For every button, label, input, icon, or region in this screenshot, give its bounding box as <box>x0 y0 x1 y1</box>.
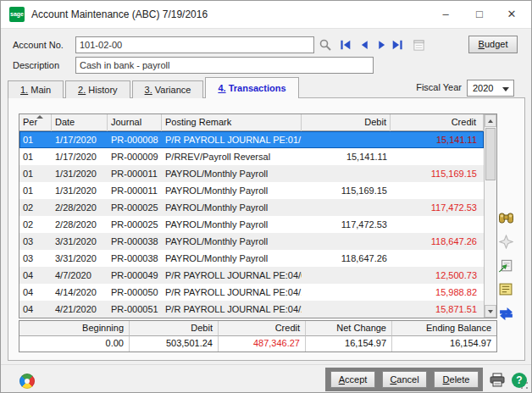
column-header-per[interactable]: Per <box>19 114 52 131</box>
cell-debit: 118,647.26 <box>302 250 391 267</box>
nav-previous-icon[interactable] <box>357 37 372 53</box>
user-pinwheel-icon[interactable] <box>19 374 35 389</box>
cell-remark: P/R PAYROLL JOURNAL PE:01/1... <box>162 131 302 148</box>
memo-note-icon[interactable] <box>497 280 514 297</box>
tab-main[interactable]: 1. Main <box>8 80 64 98</box>
cell-credit <box>391 182 484 199</box>
column-header-journal[interactable]: Journal <box>108 114 162 131</box>
printer-icon[interactable] <box>489 372 506 389</box>
account-maintenance-window: sage Account Maintenance (ABC) 7/19/2016… <box>0 0 532 393</box>
grid-scrollbar[interactable] <box>484 114 496 318</box>
cell-journal: PR-000009 <box>108 148 162 165</box>
cell-date: 4/21/2020 <box>52 301 108 318</box>
description-label: Description <box>13 60 59 70</box>
find-binoculars-icon[interactable] <box>497 209 514 226</box>
resize-grip[interactable] <box>520 381 529 390</box>
transactions-tbody: 011/17/2020PR-000008P/R PAYROLL JOURNAL … <box>19 131 484 318</box>
cell-remark: P/RREV/Payroll Reversal <box>162 148 302 165</box>
cell-journal: PR-000038 <box>108 250 162 267</box>
table-row[interactable]: 044/14/2020PR-000050P/R PAYROLL JOURNAL … <box>19 284 484 301</box>
column-header-posting-remark[interactable]: Posting Remark <box>162 114 302 131</box>
refresh-arrows-icon[interactable] <box>497 304 514 321</box>
accept-button[interactable]: Accept <box>330 371 375 388</box>
cell-credit: 15,871.51 <box>391 301 484 318</box>
cell-remark: PAYROL/Monthly Payroll <box>162 216 302 233</box>
nav-last-icon[interactable] <box>389 37 404 53</box>
cell-debit <box>302 301 391 318</box>
cell-journal: PR-000025 <box>108 216 162 233</box>
cell-date: 4/7/2020 <box>52 267 108 284</box>
cell-debit <box>302 199 391 216</box>
cell-journal: PR-000025 <box>108 199 162 216</box>
scroll-up-icon[interactable] <box>485 114 496 127</box>
column-header-date[interactable]: Date <box>52 114 108 131</box>
cancel-button[interactable]: Cancel <box>382 371 427 388</box>
cell-date: 2/28/2020 <box>52 216 108 233</box>
tab-variance[interactable]: 3. Variance <box>132 80 204 98</box>
cell-per: 02 <box>19 199 52 216</box>
table-row[interactable]: 011/17/2020PR-000009P/RREV/Payroll Rever… <box>19 148 484 165</box>
cell-remark: PAYROL/Monthly Payroll <box>162 165 302 182</box>
tab-label: 1. Main <box>20 85 51 95</box>
cell-debit <box>302 233 391 250</box>
lookup-magnifier-icon[interactable] <box>318 37 333 53</box>
drill-down-icon[interactable] <box>497 257 514 274</box>
column-header-credit[interactable]: Credit <box>391 114 484 131</box>
cell-journal: PR-000038 <box>108 233 162 250</box>
cell-credit: 115,169.15 <box>391 165 484 182</box>
cell-date: 1/31/2020 <box>52 165 108 182</box>
summary-value-beginning: 0.00 <box>19 336 130 351</box>
nav-next-icon[interactable] <box>374 37 389 53</box>
cell-journal: PR-000011 <box>108 182 162 199</box>
tab-strip: 1. Main2. History3. Variance4. Transacti… <box>8 78 524 98</box>
transactions-panel: PerDateJournalPosting RemarkDebitCredit … <box>8 97 525 361</box>
table-row[interactable]: 022/28/2020PR-000025PAYROL/Monthly Payro… <box>19 216 484 233</box>
scroll-thumb[interactable] <box>485 128 496 180</box>
delete-button[interactable]: Delete <box>434 371 479 388</box>
cell-debit: 15,141.11 <box>302 148 391 165</box>
summary-value-net-change: 16,154.97 <box>306 336 392 351</box>
cell-remark: PAYROL/Monthly Payroll <box>162 199 302 216</box>
table-row[interactable]: 033/31/2020PR-000038PAYROL/Monthly Payro… <box>19 250 484 267</box>
cell-journal: PR-000051 <box>108 301 162 318</box>
transactions-grid: PerDateJournalPosting RemarkDebitCredit … <box>19 113 497 318</box>
table-row[interactable]: 011/17/2020PR-000008P/R PAYROLL JOURNAL … <box>19 131 484 148</box>
cell-per: 04 <box>19 267 52 284</box>
cell-remark: P/R PAYROLL JOURNAL PE:04/1... <box>162 284 302 301</box>
close-button[interactable]: ✕ <box>497 1 526 28</box>
table-row[interactable]: 044/7/2020PR-000049P/R PAYROLL JOURNAL P… <box>19 267 484 284</box>
cell-per: 04 <box>19 301 52 318</box>
nav-first-icon[interactable] <box>338 37 353 53</box>
cell-per: 04 <box>19 284 52 301</box>
column-header-debit[interactable]: Debit <box>302 114 391 131</box>
description-input[interactable] <box>75 57 374 74</box>
cell-remark: PAYROL/Monthly Payroll <box>162 250 302 267</box>
titlebar: sage Account Maintenance (ABC) 7/19/2016… <box>1 1 531 29</box>
side-toolbar <box>497 209 518 328</box>
table-row[interactable]: 044/21/2020PR-000051P/R PAYROLL JOURNAL … <box>19 301 484 318</box>
cell-journal: PR-000049 <box>108 267 162 284</box>
scroll-down-icon[interactable] <box>485 305 496 318</box>
maximize-button[interactable]: □ <box>465 1 494 28</box>
tab-label: 4. Transactions <box>218 83 285 93</box>
tab-transactions[interactable]: 4. Transactions <box>205 77 298 98</box>
summary-value-credit: 487,346.27 <box>219 336 306 351</box>
table-row[interactable]: 033/31/2020PR-000038PAYROL/Monthly Payro… <box>19 233 484 250</box>
minimize-button[interactable]: – <box>431 1 460 28</box>
cell-remark: PAYROL/Monthly Payroll <box>162 182 302 199</box>
cell-date: 1/31/2020 <box>52 182 108 199</box>
cell-per: 03 <box>19 250 52 267</box>
memo-pad-icon[interactable] <box>411 37 426 53</box>
cell-credit: 118,647.26 <box>391 233 484 250</box>
tab-history[interactable]: 2. History <box>65 80 130 98</box>
account-no-input[interactable] <box>75 36 314 53</box>
table-row[interactable]: 011/31/2020PR-000011PAYROL/Monthly Payro… <box>19 165 484 182</box>
cell-remark: P/R PAYROLL JOURNAL PE:04/2... <box>162 301 302 318</box>
table-row[interactable]: 022/28/2020PR-000025PAYROL/Monthly Payro… <box>19 199 484 216</box>
table-row[interactable]: 011/31/2020PR-000011PAYROL/Monthly Payro… <box>19 182 484 199</box>
cell-journal: PR-000008 <box>108 131 162 148</box>
cell-credit: 15,988.82 <box>391 284 484 301</box>
cell-credit <box>391 250 484 267</box>
budget-button[interactable]: Budget <box>468 36 518 53</box>
tab-label: 3. Variance <box>145 85 191 95</box>
